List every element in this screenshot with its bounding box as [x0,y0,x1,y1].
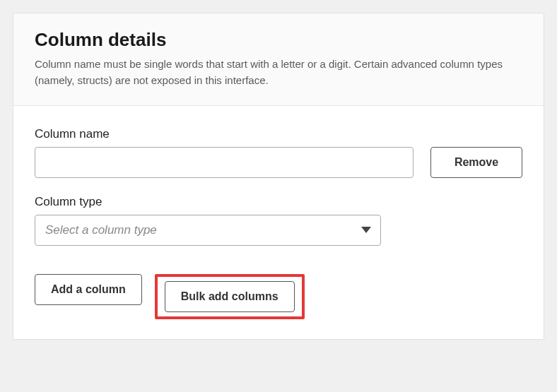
panel-header: Column details Column name must be singl… [13,13,544,106]
panel-body: Column name Remove Column type Select a … [13,106,544,339]
panel-description: Column name must be single words that st… [35,57,522,88]
bulk-add-columns-button[interactable]: Bulk add columns [165,281,295,312]
column-type-label: Column type [35,195,381,209]
panel-title: Column details [35,29,522,51]
actions-row: Add a column Bulk add columns [35,274,522,319]
remove-button[interactable]: Remove [430,147,522,178]
column-details-panel: Column details Column name must be singl… [13,13,544,340]
column-name-input[interactable] [35,147,414,178]
column-type-placeholder: Select a column type [35,215,381,246]
column-name-label: Column name [35,127,414,141]
column-type-select[interactable]: Select a column type [35,215,381,246]
column-type-field-group: Column type Select a column type [35,195,381,246]
column-name-row: Column name Remove [35,127,522,178]
column-type-row: Column type Select a column type [35,195,522,246]
add-column-button[interactable]: Add a column [35,274,142,305]
column-name-field-group: Column name [35,127,414,178]
bulk-add-highlight: Bulk add columns [155,274,305,319]
